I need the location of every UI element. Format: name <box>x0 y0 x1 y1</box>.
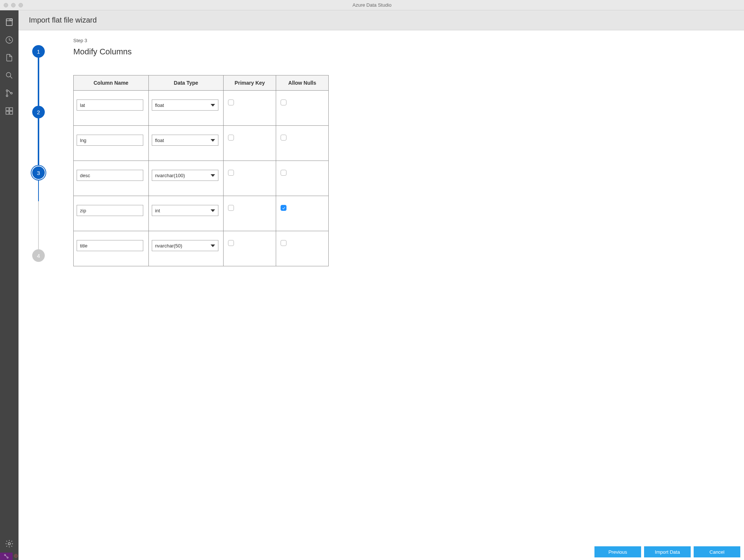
column-name-input[interactable] <box>77 135 143 146</box>
svg-point-4 <box>6 72 11 77</box>
table-row: nvarchar(50) <box>74 231 329 266</box>
table-row: int <box>74 196 329 231</box>
th-primary-key: Primary Key <box>224 75 276 91</box>
table-row: float <box>74 126 329 161</box>
wizard-header: Import flat file wizard <box>19 10 744 30</box>
data-type-select[interactable]: float <box>152 135 218 146</box>
step-1[interactable]: 1 <box>32 45 45 58</box>
page-heading: Modify Columns <box>73 47 729 57</box>
chevron-down-icon <box>211 104 215 107</box>
step-label: Step 3 <box>73 38 729 43</box>
wizard-stepper: 1 2 3 4 <box>19 30 58 544</box>
wizard-title: Import flat file wizard <box>29 16 97 24</box>
column-name-input[interactable] <box>77 205 143 216</box>
th-data-type: Data Type <box>148 75 224 91</box>
remote-indicator-icon[interactable] <box>0 553 13 560</box>
source-control-icon[interactable] <box>4 88 14 98</box>
svg-point-6 <box>6 90 8 91</box>
step-2[interactable]: 2 <box>32 106 45 118</box>
svg-rect-2 <box>10 19 12 21</box>
activity-bar <box>0 10 19 553</box>
history-icon[interactable] <box>4 35 14 45</box>
svg-rect-12 <box>10 111 13 114</box>
allow-nulls-checkbox[interactable] <box>281 99 286 105</box>
svg-rect-10 <box>10 108 13 111</box>
import-data-button[interactable]: Import Data <box>644 546 691 557</box>
allow-nulls-checkbox[interactable] <box>281 135 286 141</box>
data-type-value: int <box>155 208 160 213</box>
step-3[interactable]: 3 <box>32 166 45 179</box>
primary-key-checkbox[interactable] <box>228 205 234 211</box>
data-type-select[interactable]: int <box>152 205 218 216</box>
data-type-select[interactable]: float <box>152 99 218 111</box>
wizard-page: Step 3 Modify Columns Column Name Data T… <box>58 30 744 544</box>
table-row: nvarchar(100) <box>74 161 329 196</box>
data-type-value: nvarchar(50) <box>155 243 182 249</box>
cancel-button[interactable]: Cancel <box>694 546 740 557</box>
svg-rect-0 <box>6 19 12 26</box>
column-name-input[interactable] <box>77 99 143 111</box>
column-name-input[interactable] <box>77 170 143 181</box>
extensions-icon[interactable] <box>4 106 14 116</box>
status-bar-fragment <box>0 553 19 560</box>
settings-gear-icon[interactable] <box>4 539 14 549</box>
th-allow-nulls: Allow Nulls <box>276 75 329 91</box>
close-window-icon[interactable] <box>4 3 8 7</box>
step-4[interactable]: 4 <box>32 249 45 262</box>
primary-key-checkbox[interactable] <box>228 135 234 141</box>
svg-point-13 <box>8 543 10 545</box>
data-type-value: float <box>155 138 164 143</box>
svg-rect-9 <box>6 108 9 111</box>
chevron-down-icon <box>211 139 215 142</box>
allow-nulls-checkbox[interactable] <box>281 240 286 246</box>
minimize-window-icon[interactable] <box>11 3 16 7</box>
data-type-select[interactable]: nvarchar(50) <box>152 240 218 251</box>
search-icon[interactable] <box>4 70 14 81</box>
servers-icon[interactable] <box>4 17 14 27</box>
primary-key-checkbox[interactable] <box>228 99 234 105</box>
svg-rect-11 <box>6 111 9 114</box>
previous-button[interactable]: Previous <box>594 546 641 557</box>
error-indicator-icon[interactable] <box>14 553 18 559</box>
primary-key-checkbox[interactable] <box>228 240 234 246</box>
wizard-footer: Previous Import Data Cancel <box>19 544 744 560</box>
zoom-window-icon[interactable] <box>19 3 23 7</box>
columns-table: Column Name Data Type Primary Key Allow … <box>73 75 329 266</box>
column-name-input[interactable] <box>77 240 143 251</box>
data-type-value: nvarchar(100) <box>155 173 185 178</box>
titlebar: Azure Data Studio <box>0 0 744 10</box>
data-type-value: float <box>155 102 164 108</box>
svg-point-7 <box>6 95 8 97</box>
window-title: Azure Data Studio <box>0 2 744 8</box>
th-column-name: Column Name <box>74 75 149 91</box>
chevron-down-icon <box>211 174 215 177</box>
chevron-down-icon <box>211 209 215 212</box>
allow-nulls-checkbox[interactable] <box>281 170 286 176</box>
chevron-down-icon <box>211 244 215 247</box>
svg-line-5 <box>10 77 13 79</box>
table-row: float <box>74 91 329 126</box>
svg-point-8 <box>11 92 12 94</box>
primary-key-checkbox[interactable] <box>228 170 234 176</box>
data-type-select[interactable]: nvarchar(100) <box>152 170 218 181</box>
window-controls <box>4 3 23 7</box>
allow-nulls-checkbox[interactable] <box>281 205 286 211</box>
explorer-icon[interactable] <box>4 53 14 63</box>
